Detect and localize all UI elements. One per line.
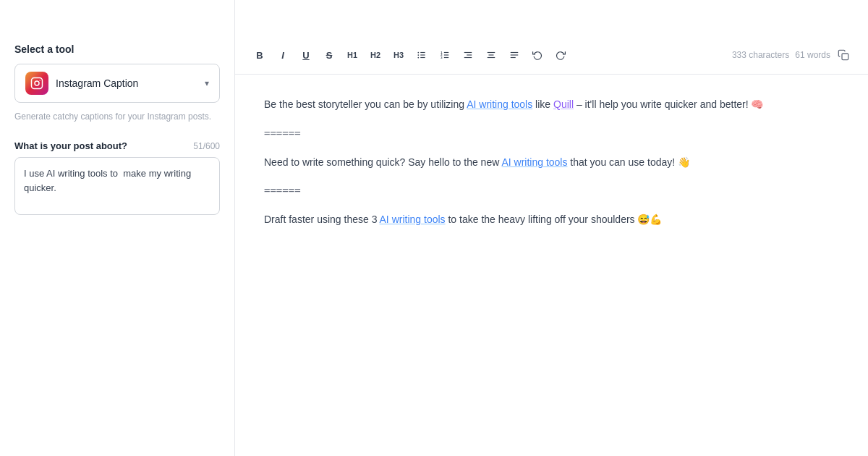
svg-rect-24: [842, 54, 848, 60]
align-justify-button[interactable]: [504, 45, 524, 65]
right-panel: B I U S H1 H2 H3 123 333 characters: [235, 0, 868, 456]
italic-button[interactable]: I: [273, 45, 293, 65]
editor-toolbar: B I U S H1 H2 H3 123 333 characters: [235, 36, 868, 75]
bullet-list-button[interactable]: [412, 45, 432, 65]
highlight-quill: Quill: [553, 98, 574, 110]
tool-selector-left: Instagram Caption: [25, 72, 138, 95]
h3-button[interactable]: H3: [388, 45, 409, 65]
tool-description: Generate catchy captions for your Instag…: [14, 110, 220, 123]
post-about-textarea[interactable]: I use AI writing tools to make my writin…: [14, 157, 220, 215]
highlight-ai-2: AI writing tools: [501, 156, 567, 168]
svg-text:3: 3: [441, 56, 443, 59]
align-right-button[interactable]: [458, 45, 478, 65]
instagram-icon: [25, 72, 48, 95]
left-panel: Select a tool Instagram Caption ▾ Genera…: [0, 0, 235, 456]
ordered-list-button[interactable]: 123: [435, 45, 455, 65]
char-word-count: 333 characters 61 words: [732, 50, 830, 60]
svg-point-6: [417, 52, 419, 54]
h2-button[interactable]: H2: [365, 45, 386, 65]
word-count: 61 words: [795, 50, 830, 60]
svg-point-7: [417, 54, 419, 56]
chevron-down-icon: ▾: [205, 78, 209, 88]
content-paragraph-1: Be the best storyteller you can be by ut…: [264, 96, 839, 114]
redo-button[interactable]: [550, 45, 571, 65]
divider-2: ======: [264, 182, 839, 200]
content-paragraph-3: Draft faster using these 3 AI writing to…: [264, 211, 839, 229]
highlight-ai-1: AI writing tools: [467, 98, 532, 110]
character-count: 333 characters: [732, 50, 789, 60]
content-paragraph-2: Need to write something quick? Say hello…: [264, 154, 839, 172]
underline-button[interactable]: U: [296, 45, 316, 65]
svg-point-1: [35, 81, 39, 85]
svg-point-8: [417, 57, 419, 59]
char-count: 51/600: [193, 141, 220, 151]
strikethrough-button[interactable]: S: [319, 45, 339, 65]
align-center-button[interactable]: [481, 45, 501, 65]
undo-button[interactable]: [527, 45, 548, 65]
svg-point-2: [39, 80, 41, 81]
tool-name: Instagram Caption: [56, 77, 138, 89]
select-tool-label: Select a tool: [14, 43, 220, 55]
field-label-row: What is your post about? 51/600: [14, 140, 220, 151]
editor-content[interactable]: Be the best storyteller you can be by ut…: [235, 75, 868, 456]
svg-rect-0: [32, 78, 43, 89]
divider-1: ======: [264, 125, 839, 143]
bold-button[interactable]: B: [250, 45, 270, 65]
copy-button[interactable]: [833, 45, 854, 65]
tool-selector-dropdown[interactable]: Instagram Caption ▾: [14, 64, 220, 103]
field-label: What is your post about?: [14, 140, 127, 151]
highlight-ai-3: AI writing tools: [380, 214, 446, 225]
h1-button[interactable]: H1: [342, 45, 362, 65]
